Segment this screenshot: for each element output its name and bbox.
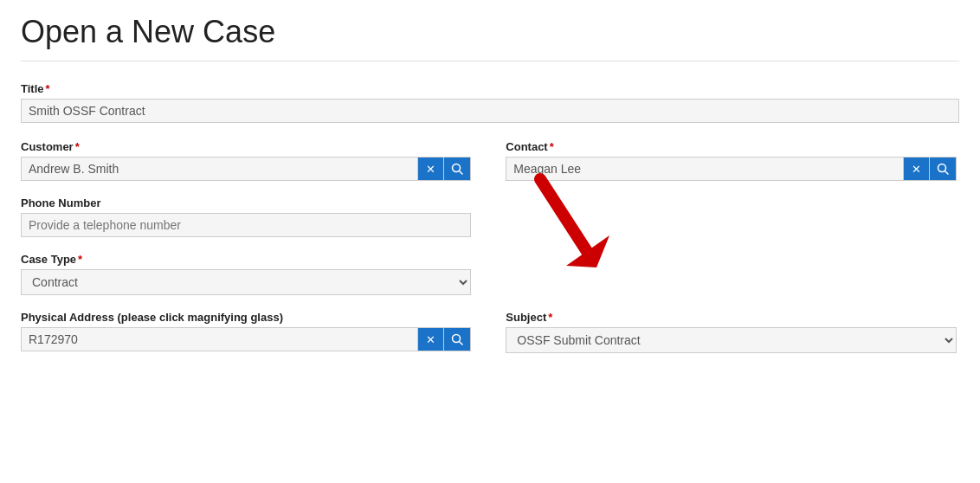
search-icon bbox=[937, 163, 949, 175]
page-title: Open a New Case bbox=[21, 14, 959, 61]
phone-input[interactable] bbox=[21, 213, 471, 237]
contact-input[interactable] bbox=[506, 157, 903, 181]
customer-clear-button[interactable]: ✕ bbox=[418, 157, 444, 181]
contact-search-button[interactable] bbox=[930, 157, 957, 181]
case-type-select[interactable]: Contract bbox=[21, 269, 471, 295]
physical-address-search-button[interactable] bbox=[444, 327, 471, 351]
search-icon bbox=[451, 163, 463, 175]
svg-line-7 bbox=[460, 342, 463, 345]
customer-search-button[interactable] bbox=[444, 157, 471, 181]
physical-address-input[interactable] bbox=[21, 327, 418, 351]
title-label: Title* bbox=[21, 82, 959, 95]
physical-address-label: Physical Address (please click magnifyin… bbox=[21, 311, 471, 324]
customer-input[interactable] bbox=[21, 157, 418, 181]
contact-clear-button[interactable]: ✕ bbox=[904, 157, 930, 181]
customer-label: Customer* bbox=[21, 140, 471, 153]
svg-line-1 bbox=[460, 171, 463, 175]
phone-label: Phone Number bbox=[21, 196, 471, 209]
subject-label: Subject* bbox=[506, 311, 956, 324]
physical-address-clear-button[interactable]: ✕ bbox=[418, 327, 444, 351]
contact-label: Contact* bbox=[506, 140, 956, 153]
title-input[interactable] bbox=[21, 99, 959, 123]
svg-line-3 bbox=[945, 171, 948, 175]
subject-select[interactable]: OSSF Submit Contract bbox=[506, 327, 956, 353]
search-icon bbox=[451, 333, 463, 345]
svg-line-4 bbox=[540, 179, 588, 253]
case-type-label: Case Type* bbox=[21, 253, 471, 266]
